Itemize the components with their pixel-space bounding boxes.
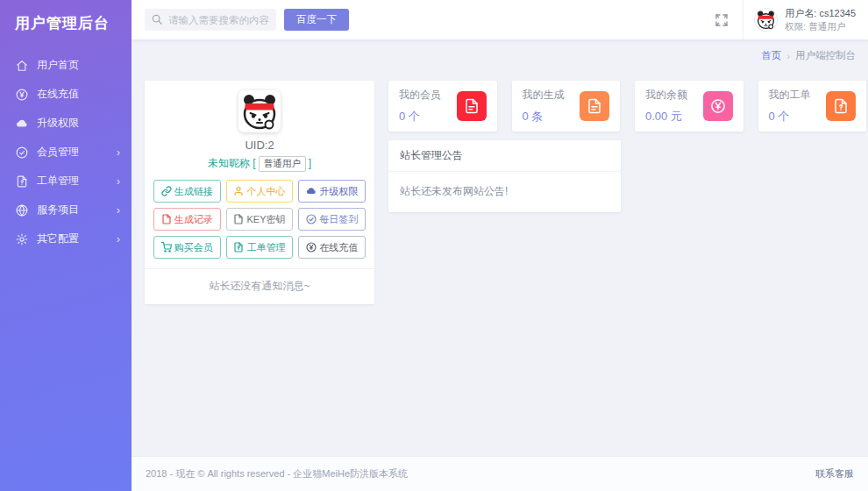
stat-label: 我的余额: [645, 88, 687, 103]
file-icon: [233, 214, 244, 224]
announcement-title: 站长管理公告: [388, 140, 621, 172]
panda-logo-icon: [238, 90, 281, 132]
role-tag: 普通用户: [259, 156, 306, 172]
breadcrumb-separator-icon: ›: [786, 51, 790, 61]
breadcrumb-current: 用户端控制台: [795, 49, 856, 62]
search-input[interactable]: [145, 9, 276, 31]
gear-icon: [16, 233, 28, 246]
ticket-icon: [826, 91, 856, 121]
yen-circle-icon: [16, 89, 28, 101]
sidebar-menu: 用户首页 在线充值 升级权限 会员管理 › 工单管理 › 服务项目 › 其它: [0, 51, 132, 253]
nickname-row: 未知昵称 [普通用户]: [145, 156, 374, 172]
panda-logo-icon: [755, 9, 777, 31]
file-icon: [161, 214, 172, 224]
announcement-body: 站长还未发布网站公告!: [388, 172, 621, 212]
yen-circle-icon: [306, 242, 317, 253]
breadcrumb: 首页 › 用户端控制台: [761, 49, 856, 62]
stat-card-members[interactable]: 我的会员 0 个: [388, 81, 497, 132]
user-role-label: 权限: 普通用户: [785, 20, 856, 32]
sidebar-item-upgrade[interactable]: 升级权限: [0, 109, 132, 138]
sidebar-item-members[interactable]: 会员管理 ›: [0, 138, 132, 167]
check-circle-icon: [306, 214, 317, 224]
stat-label: 我的工单: [769, 88, 811, 103]
stat-card-generated[interactable]: 我的生成 0 条: [512, 81, 621, 132]
tag-bracket-open: [: [253, 157, 255, 169]
sidebar-item-label: 升级权限: [37, 116, 79, 131]
stat-value: 0 个: [399, 109, 441, 125]
ticket-management-button[interactable]: 工单管理: [226, 236, 294, 259]
sidebar-item-tickets[interactable]: 工单管理 ›: [0, 167, 132, 196]
generate-link-button[interactable]: 生成链接: [153, 180, 221, 203]
globe-icon: [16, 204, 28, 217]
user-menu[interactable]: 用户名: cs12345 权限: 普通用户: [743, 0, 868, 39]
buy-membership-button[interactable]: 购买会员: [153, 236, 221, 259]
cart-icon: [161, 242, 172, 253]
profile-avatar: [238, 90, 281, 132]
chevron-right-icon: ›: [117, 233, 120, 245]
key-secret-button[interactable]: KEY密钥: [226, 208, 294, 231]
user-icon: [233, 186, 244, 196]
stat-label: 我的会员: [399, 88, 441, 103]
chevron-right-icon: ›: [117, 146, 120, 158]
fullscreen-icon[interactable]: [715, 13, 729, 27]
ticket-icon: [16, 175, 28, 188]
upgrade-permission-button[interactable]: 升级权限: [298, 180, 366, 203]
online-recharge-button[interactable]: 在线充值: [298, 236, 366, 259]
stat-value: 0 条: [523, 109, 565, 125]
topbar-right: 用户名: cs12345 权限: 普通用户: [715, 0, 868, 39]
profile-button-grid: 生成链接 个人中心 升级权限 生成记录 KEY密钥 每日签到: [153, 180, 366, 259]
sidebar-item-label: 用户首页: [37, 58, 79, 73]
yen-circle-icon: [703, 91, 733, 121]
badge-check-icon: [16, 146, 28, 159]
sidebar: 用户管理后台 用户首页 在线充值 升级权限 会员管理 › 工单管理 › 服务项目: [0, 0, 132, 491]
tag-bracket-close: ]: [309, 157, 311, 169]
generate-records-button[interactable]: 生成记录: [153, 208, 221, 231]
file-icon: [457, 91, 487, 121]
sidebar-item-label: 在线充值: [37, 87, 79, 102]
file-icon: [580, 91, 609, 121]
sidebar-item-label: 会员管理: [37, 145, 79, 160]
sidebar-item-home[interactable]: 用户首页: [0, 51, 132, 80]
stat-value: 0 个: [769, 109, 811, 125]
sidebar-item-config[interactable]: 其它配置 ›: [0, 224, 132, 253]
sidebar-item-label: 其它配置: [37, 231, 79, 246]
stat-value: 0.00 元: [645, 109, 687, 125]
app-title: 用户管理后台: [0, 0, 132, 46]
uid-label: UID:2: [145, 139, 374, 152]
search-wrap: [145, 9, 276, 31]
sidebar-item-label: 工单管理: [37, 174, 79, 189]
stat-cards: 我的会员 0 个 我的生成 0 条 我的余额 0.00 元: [388, 81, 866, 132]
search-icon: [151, 13, 163, 25]
announcement-card: 站长管理公告 站长还未发布网站公告!: [388, 140, 621, 212]
chevron-right-icon: ›: [117, 204, 120, 216]
cloud-icon: [306, 186, 317, 196]
search-button[interactable]: 百度一下: [284, 9, 349, 31]
breadcrumb-home[interactable]: 首页: [761, 49, 781, 62]
sidebar-item-label: 服务项目: [37, 203, 79, 217]
profile-notice: 站长还没有通知消息~: [145, 269, 374, 304]
stat-card-tickets[interactable]: 我的工单 0 个: [758, 81, 867, 132]
home-icon: [16, 60, 28, 72]
daily-checkin-button[interactable]: 每日签到: [298, 208, 366, 231]
main-area: 百度一下 用户名: cs12345: [132, 0, 868, 491]
link-icon: [161, 186, 172, 196]
personal-center-button[interactable]: 个人中心: [226, 180, 294, 203]
contact-support-link[interactable]: 联系客服: [815, 467, 854, 480]
avatar: [754, 8, 778, 32]
sidebar-item-recharge[interactable]: 在线充值: [0, 80, 132, 109]
nickname-label: 未知昵称: [208, 157, 250, 169]
chevron-right-icon: ›: [117, 175, 120, 187]
copyright-text: 2018 - 现在 © All rights reserved - 企业猫Mei…: [146, 467, 408, 480]
username-label: 用户名: cs12345: [785, 7, 856, 20]
profile-card: UID:2 未知昵称 [普通用户] 生成链接 个人中心 升级权限 生成记录: [145, 81, 374, 304]
ticket-icon: [233, 242, 244, 253]
footer: 2018 - 现在 © All rights reserved - 企业猫Mei…: [132, 456, 868, 491]
stat-card-balance[interactable]: 我的余额 0.00 元: [635, 81, 743, 132]
stat-label: 我的生成: [523, 88, 565, 103]
cloud-upload-icon: [16, 117, 28, 130]
user-info: 用户名: cs12345 权限: 普通用户: [785, 7, 856, 32]
topbar: 百度一下 用户名: cs12345: [132, 0, 868, 39]
sidebar-item-services[interactable]: 服务项目 ›: [0, 196, 132, 224]
